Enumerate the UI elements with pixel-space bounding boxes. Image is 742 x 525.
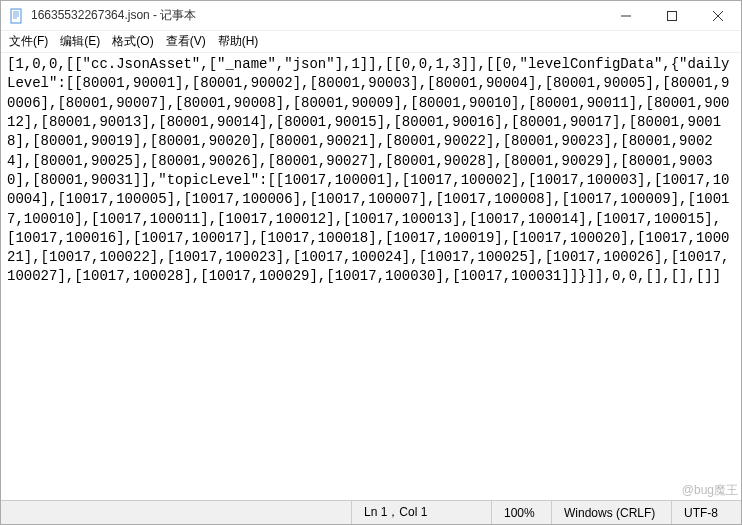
maximize-button[interactable] [649,1,695,31]
status-line-ending: Windows (CRLF) [551,501,671,524]
menu-edit[interactable]: 编辑(E) [60,33,100,50]
status-encoding: UTF-8 [671,501,741,524]
menubar: 文件(F) 编辑(E) 格式(O) 查看(V) 帮助(H) [1,31,741,53]
window-title: 16635532267364.json - 记事本 [31,7,603,24]
svg-rect-6 [668,12,677,21]
status-position: Ln 1，Col 1 [351,501,491,524]
minimize-button[interactable] [603,1,649,31]
menu-view[interactable]: 查看(V) [166,33,206,50]
titlebar: 16635532267364.json - 记事本 [1,1,741,31]
window-controls [603,1,741,30]
menu-file[interactable]: 文件(F) [9,33,48,50]
text-area[interactable]: [1,0,0,[["cc.JsonAsset",["_name","json"]… [1,53,741,500]
notepad-icon [9,8,25,24]
menu-help[interactable]: 帮助(H) [218,33,259,50]
statusbar: Ln 1，Col 1 100% Windows (CRLF) UTF-8 [1,500,741,524]
close-button[interactable] [695,1,741,31]
menu-format[interactable]: 格式(O) [112,33,153,50]
status-zoom: 100% [491,501,551,524]
